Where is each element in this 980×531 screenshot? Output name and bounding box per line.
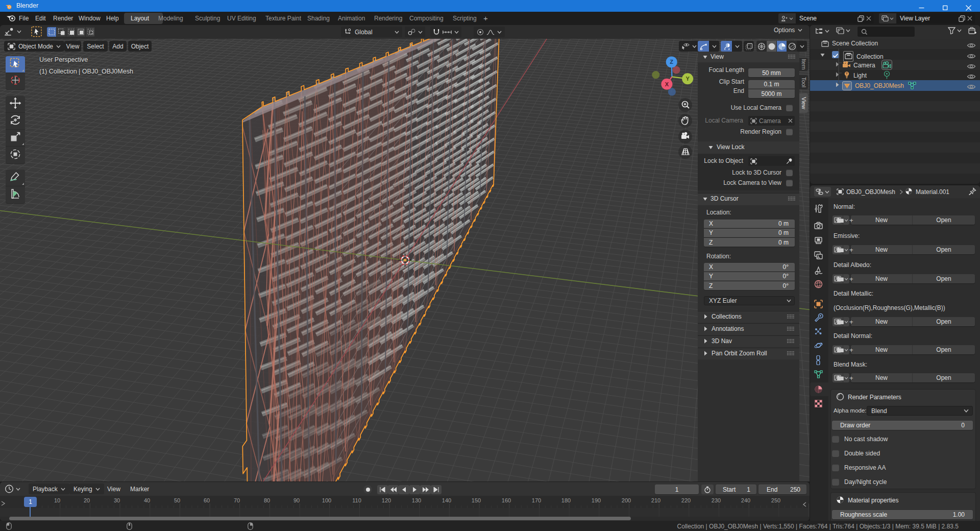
svg-text:60: 60 — [204, 497, 210, 503]
svg-text:170: 170 — [532, 497, 541, 503]
svg-text:X: X — [665, 81, 669, 87]
svg-text:140: 140 — [442, 497, 451, 503]
svg-text:Z: Z — [670, 59, 673, 65]
svg-text:30: 30 — [114, 497, 120, 503]
svg-text:Y: Y — [685, 76, 690, 82]
svg-text:210: 210 — [651, 497, 660, 503]
svg-text:100: 100 — [322, 497, 331, 503]
svg-text:120: 120 — [382, 497, 391, 503]
svg-text:50: 50 — [174, 497, 180, 503]
svg-text:250: 250 — [771, 497, 780, 503]
svg-text:180: 180 — [561, 497, 571, 503]
svg-text:230: 230 — [712, 497, 721, 503]
svg-text:20: 20 — [84, 497, 90, 503]
svg-text:90: 90 — [293, 497, 300, 503]
svg-text:110: 110 — [352, 497, 361, 503]
svg-text:40: 40 — [144, 497, 150, 503]
svg-text:130: 130 — [412, 497, 421, 503]
svg-text:220: 220 — [681, 497, 691, 503]
svg-text:10: 10 — [54, 497, 60, 503]
svg-text:80: 80 — [264, 497, 270, 503]
svg-text:150: 150 — [472, 497, 481, 503]
svg-text:240: 240 — [741, 497, 750, 503]
svg-text:200: 200 — [622, 497, 631, 503]
svg-text:70: 70 — [234, 497, 240, 503]
svg-text:190: 190 — [592, 497, 601, 503]
svg-text:160: 160 — [502, 497, 511, 503]
